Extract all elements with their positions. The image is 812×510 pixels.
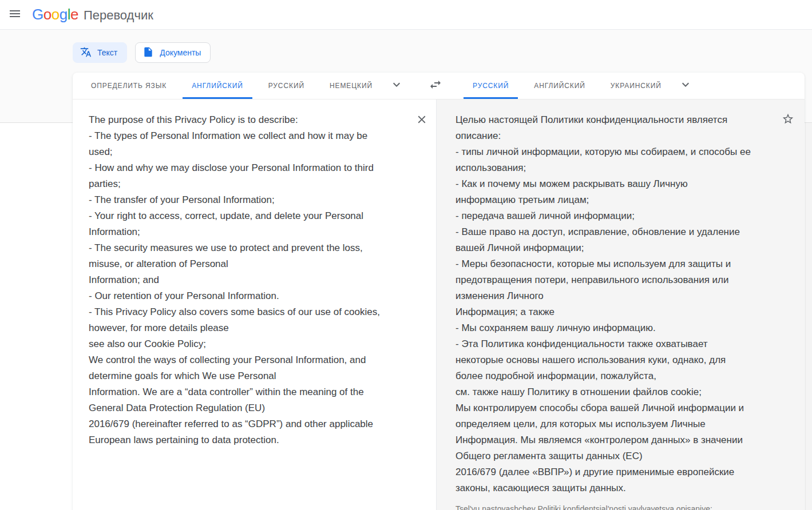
transliteration-text: Tsel'yu nastoyashchey Politiki konfident… <box>455 503 805 510</box>
swap-languages-button[interactable] <box>421 73 450 99</box>
source-tab-german[interactable]: НЕМЕЦКИЙ <box>320 73 382 99</box>
text-line: Информация; а также <box>455 304 762 320</box>
text-line: - Your right to access, correct, update,… <box>89 208 399 224</box>
text-line: вашей Личной информации; <box>455 240 762 256</box>
text-line: European laws pertaining to data protect… <box>89 432 399 448</box>
text-line: however, for more details please <box>89 320 399 336</box>
menu-button[interactable] <box>1 1 29 29</box>
chevron-down-icon <box>390 78 403 94</box>
text-line: изменения Личного <box>455 288 762 304</box>
text-line: см. также нашу Политику в отношении файл… <box>455 384 762 400</box>
source-tab-english[interactable]: АНГЛИЙСКИЙ <box>183 73 252 99</box>
text-line: Information; and <box>89 272 399 288</box>
star-outline-icon <box>782 113 794 128</box>
text-line: - Меры безопасности, которые мы использу… <box>455 256 762 272</box>
target-tab-ukrainian[interactable]: УКРАИНСКИЙ <box>601 73 671 99</box>
text-line: The purpose of this Privacy Policy is to… <box>89 112 399 128</box>
text-line: Общего регламента защиты данных (ЕС) <box>455 448 762 464</box>
text-line: Информация. Мы являемся «контролером дан… <box>455 432 762 448</box>
text-line: информацию третьим лицам; <box>455 192 762 208</box>
text-line: - The security measures we use to protec… <box>89 240 399 256</box>
text-line: Целью настоящей Политики конфиденциально… <box>455 112 762 128</box>
text-line: описание: <box>455 128 762 144</box>
text-line: - типы личной информации, которую мы соб… <box>455 144 762 160</box>
translate-icon <box>80 46 97 59</box>
target-tab-russian[interactable]: РУССКИЙ <box>464 73 518 99</box>
translate-panels: The purpose of this Privacy Policy is to… <box>73 99 805 510</box>
text-line: parties; <box>89 176 399 192</box>
translation-text: Целью настоящей Политики конфиденциально… <box>437 99 805 496</box>
clear-source-button[interactable] <box>415 114 429 128</box>
page-scrollbar[interactable] <box>805 123 812 510</box>
text-line: Information. We are a “data controller” … <box>89 384 399 400</box>
text-line: Information; <box>89 224 399 240</box>
text-line: - Мы сохраняем вашу личную информацию. <box>455 320 762 336</box>
translate-card: ОПРЕДЕЛИТЬ ЯЗЫК АНГЛИЙСКИЙ РУССКИЙ НЕМЕЦ… <box>73 73 805 510</box>
text-line: - Эта Политика конфиденциальности также … <box>455 336 762 352</box>
text-line: использования; <box>455 160 762 176</box>
text-mode-label: Текст <box>97 48 117 57</box>
text-line: Мы контролируем способы сбора вашей Личн… <box>455 400 762 416</box>
source-tab-russian[interactable]: РУССКИЙ <box>259 73 314 99</box>
close-icon <box>415 113 428 128</box>
text-line: determine goals for which We use Persona… <box>89 368 399 384</box>
text-line: see also our Cookie Policy; <box>89 336 399 352</box>
google-logo: Google <box>32 6 78 23</box>
text-line: We control the ways of collecting your P… <box>89 352 399 368</box>
source-language-tabs: ОПРЕДЕЛИТЬ ЯЗЫК АНГЛИЙСКИЙ РУССКИЙ НЕМЕЦ… <box>73 73 421 99</box>
target-tab-english[interactable]: АНГЛИЙСКИЙ <box>525 73 595 99</box>
mode-buttons: Текст Документы <box>73 42 211 63</box>
text-line: некоторые основы нашего использования ку… <box>455 352 762 368</box>
document-icon <box>142 46 160 59</box>
documents-mode-button[interactable]: Документы <box>135 42 211 63</box>
source-tab-detect-language[interactable]: ОПРЕДЕЛИТЬ ЯЗЫК <box>82 73 176 99</box>
google-translate-logo[interactable]: Google Переводчик <box>32 6 153 23</box>
text-line: - Ваше право на доступ, исправление, обн… <box>455 224 762 240</box>
text-line: used; <box>89 144 399 160</box>
swap-horizontal-icon <box>429 78 442 94</box>
text-mode-button[interactable]: Текст <box>73 42 127 63</box>
text-line: законы, касающиеся защиты данных. <box>455 480 762 496</box>
language-tab-bar: ОПРЕДЕЛИТЬ ЯЗЫК АНГЛИЙСКИЙ РУССКИЙ НЕМЕЦ… <box>73 73 805 99</box>
text-line: - передача вашей личной информации; <box>455 208 762 224</box>
translation-panel: Целью настоящей Политики конфиденциально… <box>436 99 805 510</box>
text-line: - The types of Personal Information we c… <box>89 128 399 144</box>
source-panel: The purpose of this Privacy Policy is to… <box>73 99 436 510</box>
text-line: 2016/679 (далее «ВВПР») и другие примени… <box>455 464 762 480</box>
target-more-languages-button[interactable] <box>674 73 697 99</box>
text-line: - How and why we may disclose your Perso… <box>89 160 399 176</box>
save-translation-button[interactable] <box>781 113 795 127</box>
product-name: Переводчик <box>84 8 153 23</box>
text-line: 2016/679 (hereinafter referred to as “GD… <box>89 416 399 432</box>
text-line: - Our retention of your Personal Informa… <box>89 288 399 304</box>
source-more-languages-button[interactable] <box>385 73 408 99</box>
app-header: Google Переводчик <box>0 0 812 30</box>
text-line: более подробной информации, пожалуйста, <box>455 368 762 384</box>
text-line: misuse, or alteration of Personal <box>89 256 399 272</box>
source-text-input[interactable]: The purpose of this Privacy Policy is to… <box>73 99 436 460</box>
chevron-down-icon <box>679 78 692 94</box>
text-line: - Как и почему мы можем раскрывать вашу … <box>455 176 762 192</box>
text-line: - This Privacy Policy also covers some b… <box>89 304 399 320</box>
target-language-tabs: РУССКИЙ АНГЛИЙСКИЙ УКРАИНСКИЙ <box>460 73 697 99</box>
text-line: General Data Protection Regulation (EU) <box>89 400 399 416</box>
text-line: - The transfer of your Personal Informat… <box>89 192 399 208</box>
text-line: предотвращения потери, неправильного исп… <box>455 272 762 288</box>
hamburger-icon <box>8 7 22 23</box>
documents-mode-label: Документы <box>160 48 201 57</box>
text-line: определяем цели, для которых мы использу… <box>455 416 762 432</box>
